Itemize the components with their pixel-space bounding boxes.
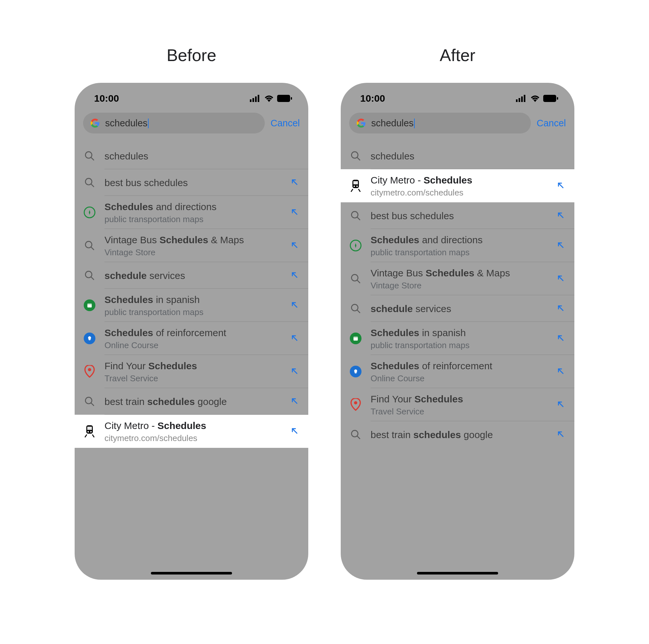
insert-arrow-icon[interactable] [290, 207, 300, 217]
svg-line-49 [358, 189, 360, 192]
insert-arrow-icon[interactable] [556, 367, 566, 376]
suggestion-content: schedules [371, 145, 566, 167]
compass-icon [83, 206, 96, 219]
suggestion-item[interactable]: Schedules of reinforcementOnline Course [341, 355, 574, 388]
suggestion-content: best bus schedules [104, 172, 285, 194]
svg-point-24 [88, 368, 91, 371]
insert-arrow-icon[interactable] [290, 241, 300, 250]
suggestion-content: schedules [104, 145, 300, 167]
insert-arrow-icon[interactable] [556, 181, 566, 191]
suggestion-item[interactable]: Schedules in spanishpublic transportatio… [341, 322, 574, 355]
suggestion-item[interactable]: Schedules and directionspublic transport… [341, 229, 574, 262]
before-title: Before [167, 45, 216, 65]
svg-rect-5 [291, 97, 292, 100]
suggestion-title: Vintage Bus Schedules & Maps [371, 267, 551, 279]
insert-arrow-icon[interactable] [556, 304, 566, 313]
suggestion-content: best train schedules google [371, 424, 551, 446]
svg-rect-30 [87, 427, 92, 430]
suggestion-subtitle: public transportation maps [104, 214, 285, 225]
suggestion-item[interactable]: schedule services [75, 262, 308, 289]
search-value: schedules [371, 118, 414, 129]
suggestion-content: schedule services [104, 265, 285, 286]
wifi-icon [264, 95, 274, 102]
suggestion-title: City Metro - Schedules [371, 174, 551, 187]
insert-arrow-icon[interactable] [556, 333, 566, 343]
insert-arrow-icon[interactable] [290, 397, 300, 406]
suggestions-list-before: schedulesbest bus schedulesSchedules and… [75, 143, 308, 448]
suggestion-subtitle: Online Course [371, 373, 551, 384]
suggestion-item[interactable]: City Metro - Schedulescitymetro.com/sche… [75, 415, 308, 448]
suggestion-item[interactable]: best train schedules google [341, 421, 574, 448]
search-input[interactable]: schedules [83, 113, 265, 133]
svg-rect-45 [353, 181, 358, 185]
svg-rect-1 [253, 98, 254, 102]
train-icon [349, 179, 362, 192]
cancel-button[interactable]: Cancel [271, 118, 300, 129]
suggestion-item[interactable]: Find Your SchedulesTravel Service [341, 388, 574, 421]
train-icon [83, 425, 96, 438]
insert-arrow-icon[interactable] [556, 211, 566, 220]
suggestion-title: schedules [371, 150, 566, 162]
google-logo-icon [90, 118, 100, 128]
after-title: After [440, 45, 475, 65]
suggestion-item[interactable]: schedules [341, 143, 574, 169]
insert-arrow-icon[interactable] [556, 241, 566, 250]
battery-icon [543, 95, 558, 102]
suggestion-title: best bus schedules [104, 176, 285, 189]
suggestion-item[interactable]: Schedules and directionspublic transport… [75, 196, 308, 229]
search-row: schedules Cancel [341, 110, 574, 139]
suggestion-content: best bus schedules [371, 205, 551, 227]
suggestion-content: Schedules and directionspublic transport… [371, 229, 551, 262]
svg-rect-37 [519, 98, 520, 102]
search-row: schedules Cancel [75, 110, 308, 139]
svg-line-15 [292, 243, 297, 247]
search-icon [349, 272, 362, 285]
svg-line-9 [91, 184, 94, 187]
suggestion-title: Vintage Bus Schedules & Maps [104, 234, 285, 246]
home-indicator[interactable] [417, 572, 498, 574]
search-input[interactable]: schedules [349, 113, 531, 133]
insert-arrow-icon[interactable] [290, 271, 300, 280]
suggestion-item[interactable]: Schedules in spanishpublic transportatio… [75, 289, 308, 322]
insert-arrow-icon[interactable] [556, 274, 566, 284]
insert-arrow-icon[interactable] [290, 427, 300, 436]
svg-rect-63 [353, 336, 358, 337]
suggestion-subtitle: citymetro.com/schedules [371, 188, 551, 198]
suggestion-item[interactable]: Find Your SchedulesTravel Service [75, 355, 308, 388]
suggestion-item[interactable]: schedules [75, 143, 308, 169]
search-icon [83, 395, 96, 408]
suggestion-item[interactable]: Schedules of reinforcementOnline Course [75, 322, 308, 355]
suggestion-item[interactable]: Vintage Bus Schedules & MapsVintage Stor… [75, 229, 308, 262]
suggestion-item[interactable]: best train schedules google [75, 388, 308, 415]
suggestion-title: Schedules in spanish [371, 326, 551, 339]
insert-arrow-icon[interactable] [556, 400, 566, 409]
search-icon [349, 209, 362, 222]
svg-point-22 [88, 336, 91, 339]
svg-line-34 [92, 435, 94, 437]
suggestion-subtitle: public transportation maps [371, 340, 551, 351]
insert-arrow-icon[interactable] [290, 367, 300, 376]
search-icon [83, 176, 96, 189]
suggestion-subtitle: citymetro.com/schedules [104, 433, 285, 443]
svg-rect-38 [521, 96, 523, 102]
suggestion-item[interactable]: best bus schedules [341, 202, 574, 229]
home-indicator[interactable] [151, 572, 232, 574]
svg-line-64 [558, 336, 563, 340]
suggestion-item[interactable]: City Metro - Schedulescitymetro.com/sche… [341, 169, 574, 202]
insert-arrow-icon[interactable] [290, 333, 300, 343]
suggestion-content: Vintage Bus Schedules & MapsVintage Stor… [371, 262, 551, 295]
suggestion-item[interactable]: best bus schedules [75, 169, 308, 196]
svg-line-35 [292, 429, 297, 433]
brain-icon [349, 365, 362, 378]
suggestion-item[interactable]: schedule services [341, 295, 574, 322]
cancel-button[interactable]: Cancel [537, 118, 566, 129]
suggestion-title: best bus schedules [371, 209, 551, 222]
suggestion-title: schedule services [104, 269, 285, 282]
suggestion-title: best train schedules google [104, 395, 285, 408]
insert-arrow-icon[interactable] [290, 178, 300, 188]
insert-arrow-icon[interactable] [556, 430, 566, 439]
status-time: 10:00 [94, 93, 119, 104]
insert-arrow-icon[interactable] [290, 300, 300, 310]
suggestion-item[interactable]: Vintage Bus Schedules & MapsVintage Stor… [341, 262, 574, 295]
svg-rect-39 [524, 95, 525, 102]
